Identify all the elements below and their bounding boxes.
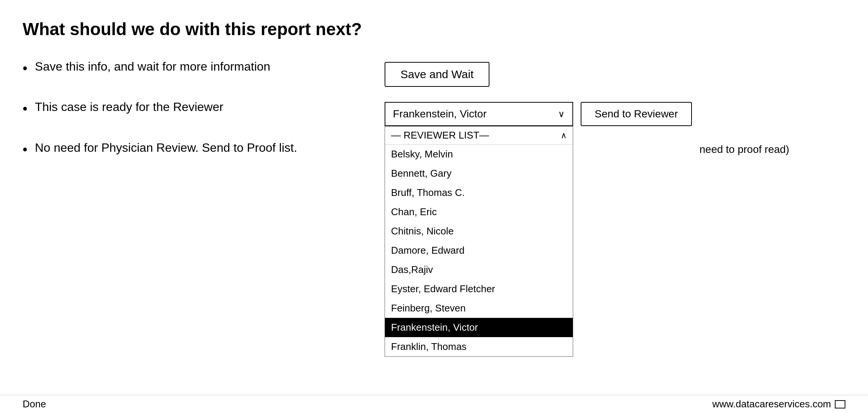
reviewer-item-11[interactable]: Franklin, Thomas	[385, 337, 573, 356]
reviewer-item-10[interactable]: Frankenstein, Victor	[385, 318, 573, 337]
option-item-3: • No need for Physician Review. Send to …	[23, 139, 362, 159]
right-panel: Save and Wait Frankenstein, Victor ∨ Sen…	[385, 58, 845, 357]
reviewer-item-6[interactable]: Damore, Edward	[385, 241, 573, 260]
reviewer-dropdown-list: — REVIEWER LIST— ∧ Belsky, Melvin Bennet…	[385, 126, 573, 357]
reviewer-item-5[interactable]: Chitnis, Nicole	[385, 222, 573, 241]
content-area: • Save this info, and wait for more info…	[23, 58, 845, 357]
reviewer-item-8[interactable]: Eyster, Edward Fletcher	[385, 279, 573, 299]
reviewer-selected-value: Frankenstein, Victor	[393, 108, 487, 120]
reviewer-item-1[interactable]: Belsky, Melvin	[385, 145, 573, 164]
reviewer-row: Frankenstein, Victor ∨ Send to Reviewer	[385, 102, 692, 126]
option-text-1: Save this info, and wait for more inform…	[35, 58, 270, 75]
reviewer-item-7[interactable]: Das,Rajiv	[385, 260, 573, 279]
reviewer-wrapper: Frankenstein, Victor ∨ Send to Reviewer …	[385, 98, 845, 357]
reviewer-item-4[interactable]: Chan, Eric	[385, 202, 573, 222]
reviewer-list-header-label: — REVIEWER LIST—	[391, 129, 489, 141]
option-text-3: No need for Physician Review. Send to Pr…	[35, 139, 297, 156]
status-done-text: Done	[23, 398, 46, 410]
dropdown-and-list: Frankenstein, Victor ∨ Send to Reviewer …	[385, 98, 692, 357]
bullet-3: •	[23, 140, 28, 159]
bullet-1: •	[23, 59, 28, 78]
reviewer-list-header: — REVIEWER LIST— ∧	[385, 126, 573, 145]
option-item-2: • This case is ready for the Reviewer	[23, 99, 362, 118]
page-title: What should we do with this report next?	[23, 19, 845, 39]
reviewer-item-9[interactable]: Feinberg, Steven	[385, 299, 573, 318]
options-list: • Save this info, and wait for more info…	[23, 58, 362, 159]
bullet-2: •	[23, 99, 28, 118]
page-icon	[835, 400, 845, 408]
reviewer-dropdown-trigger[interactable]: Frankenstein, Victor ∨	[385, 102, 573, 126]
option-item-1: • Save this info, and wait for more info…	[23, 58, 362, 78]
option-text-2: This case is ready for the Reviewer	[35, 99, 224, 116]
reviewer-item-3[interactable]: Bruff, Thomas C.	[385, 183, 573, 202]
chevron-down-icon: ∨	[558, 109, 565, 119]
page-container: What should we do with this report next?…	[0, 0, 868, 372]
chevron-up-icon[interactable]: ∧	[561, 131, 567, 140]
send-to-reviewer-button[interactable]: Send to Reviewer	[581, 102, 692, 126]
proof-read-note: need to proof read)	[699, 98, 789, 156]
status-bar: Done www.datacareservices.com	[0, 395, 868, 413]
proof-read-text: need to proof read)	[699, 143, 789, 155]
website-text: www.datacareservices.com	[712, 398, 831, 410]
left-panel: • Save this info, and wait for more info…	[23, 58, 362, 180]
website-area: www.datacareservices.com	[712, 398, 845, 410]
save-and-wait-button[interactable]: Save and Wait	[385, 62, 489, 87]
reviewer-item-2[interactable]: Bennett, Gary	[385, 164, 573, 183]
